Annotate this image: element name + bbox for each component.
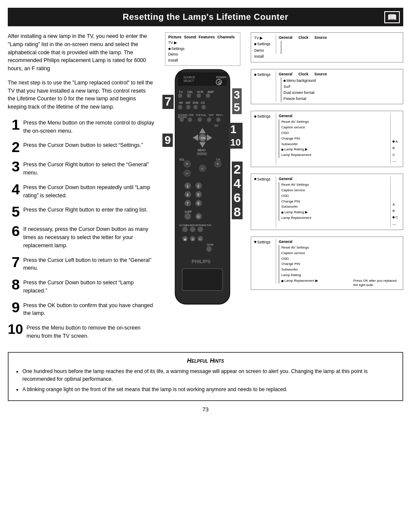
remote-svg: SOURCE SELECT POWER ⏻ TV CBL VCR AMP HD … [162,67,243,312]
svg-text:MENU: MENU [198,149,206,152]
svg-text:INFO +: INFO + [216,114,223,116]
svg-point-14 [206,93,210,98]
page-number: 73 [0,406,411,417]
step-10: 10 Press the Menu button to remove the o… [8,322,154,340]
svg-text:DNR: DNR [189,114,193,116]
svg-text:5: 5 [197,193,199,197]
svg-text:OK: OK [201,137,206,140]
step-number-10: 10 [8,322,23,336]
svg-point-32 [207,118,211,122]
diagram-4: Settings General Reset AV Settings Capti… [251,174,403,230]
svg-text:−: − [186,171,188,176]
svg-text:⊗: ⊗ [201,167,204,171]
svg-text:2: 2 [197,184,199,188]
svg-text:EXIT: EXIT [209,114,214,116]
hints-title: Helpful Hints [15,357,396,364]
step-3: 3 Press the Cursor Right button to selec… [8,159,154,177]
step-6: 6 If necessary, press the Cursor Down bu… [8,224,154,249]
page-title: Resetting the Lamp's Lifetime Counter [123,12,288,22]
svg-point-12 [187,93,191,98]
step-text-10: Press the Menu button to remove the on-s… [27,322,154,340]
svg-text:HD: HD [179,102,184,105]
step-number-5: 5 [8,204,20,219]
svg-text:CONTROL: CONTROL [193,224,204,227]
svg-text:TV: TV [179,90,183,93]
svg-point-19 [178,105,182,109]
svg-text:CD: CD [201,102,205,105]
hint-item-2: A blinking orange light on the front of … [22,386,396,393]
svg-text:PHILIPS: PHILIPS [192,259,211,264]
page-header: Resetting the Lamp's Lifetime Counter 📖 [8,8,403,26]
svg-rect-42 [197,152,207,155]
svg-text:ZOOM: ZOOM [207,244,213,246]
step-5: 5 Press the Cursor Right button to enter… [8,204,154,219]
svg-text:7: 7 [187,202,189,206]
svg-point-66 [184,213,191,220]
svg-point-30 [188,118,192,122]
step-text-7: Press the Cursor Left button to return t… [23,255,154,273]
step-text-1: Press the Menu button on the remote cont… [23,117,154,135]
svg-point-31 [198,118,202,122]
main-content: After installing a new lamp in the TV, y… [8,32,403,345]
svg-point-33 [216,118,221,122]
svg-text:SAT: SAT [186,102,191,105]
svg-text:8: 8 [197,202,199,206]
step-7: 7 Press the Cursor Left button to return… [8,255,154,273]
step-text-5: Press the Cursor Right button to enter t… [23,204,147,214]
step-number-9: 9 [8,300,20,314]
diagram-1: TV ▶ Settings Demo Install GeneralClockS… [251,32,403,62]
step-4: 4 Press the Cursor Down button repeatedl… [8,182,154,200]
step-number-7: 7 [8,255,20,269]
svg-point-75 [198,227,203,233]
svg-text:⊛: ⊛ [191,237,194,241]
svg-point-29 [180,118,184,122]
svg-text:≡: ≡ [199,237,201,241]
svg-text:◉: ◉ [184,237,187,241]
step-1: 1 Press the Menu button on the remote co… [8,117,154,135]
svg-text:1: 1 [187,184,189,188]
step-2: 2 Press the Cursor Down button to select… [8,140,154,154]
step-text-8: Press the Cursor Down button to select “… [23,277,154,295]
svg-text:AMP: AMP [207,90,214,93]
svg-point-11 [178,93,182,98]
diagram-2: Settings GeneralClockSource Menu backgro… [251,69,403,104]
svg-point-74 [190,227,196,233]
steps-list: 1 Press the Menu button on the remote co… [8,117,154,340]
step-number-6: 6 [8,224,20,238]
step-text-2: Press the Cursor Down button to select “… [23,140,143,149]
svg-text:POWER: POWER [216,76,227,79]
svg-point-13 [196,93,201,98]
svg-rect-85 [182,269,223,291]
intro-paragraph-2: The next step is to use the "Lamp replac… [8,79,154,111]
left-column: After installing a new lamp in the TV, y… [8,32,154,345]
remote-control: 7 35 9 110 2468 SOURCE SELECT POWER ⏻ TV… [162,67,243,314]
svg-text:CBL: CBL [187,90,193,93]
hint-item-1: One hundred hours before the lamp reache… [22,367,396,383]
svg-text:+: + [216,162,219,166]
step-number-3: 3 [8,159,20,174]
hints-box: Helpful Hints One hundred hours before t… [8,352,403,401]
svg-text:SELECT: SELECT [184,80,194,83]
hints-list: One hundred hours before the lamp reache… [22,367,396,393]
step-number-8: 8 [8,277,20,292]
step-text-4: Press the Cursor Down button repeatedly … [23,182,154,200]
svg-text:0: 0 [197,215,199,219]
svg-text:DVD: DVD [193,102,199,105]
svg-text:SOUND: SOUND [186,224,194,227]
step-8: 8 Press the Cursor Down button to select… [8,277,154,295]
svg-point-83 [206,246,212,252]
step-text-3: Press the Cursor Right button to select … [23,159,154,177]
step-number-2: 2 [8,140,20,154]
book-icon: 📖 [384,11,400,23]
step-text-9: Press the OK button to confirm that you … [23,300,154,318]
svg-text:+: + [186,162,188,166]
svg-point-20 [186,105,190,109]
step-9: 9 Press the OK button to confirm that yo… [8,300,154,318]
step-number-4: 4 [8,182,20,196]
step-number-1: 1 [8,117,20,132]
svg-text:SURF: SURF [184,211,192,214]
diagram-5: Settings General Reset AV Settings Capti… [251,236,403,290]
svg-text:4: 4 [187,193,189,197]
svg-point-22 [201,105,206,109]
svg-text:VCR: VCR [197,90,203,93]
